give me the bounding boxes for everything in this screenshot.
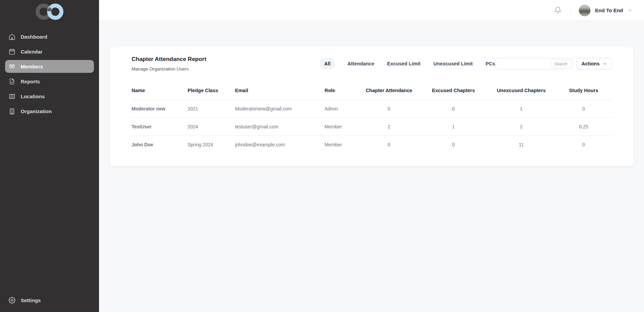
sidebar-nav: Dashboard Calendar Members Reports [0,30,99,118]
calendar-icon [8,48,16,55]
notifications-button[interactable] [554,6,562,15]
column-header-role: Role [325,88,358,100]
sidebar-item-label: Reports [21,79,40,84]
sidebar-item-reports[interactable]: Reports [5,75,94,88]
tab-attendance[interactable]: Attendance [348,58,374,69]
sidebar-item-locations[interactable]: Locations [5,90,94,103]
cell-unexcused-chapters: 1 [487,100,555,118]
sidebar-item-members[interactable]: Members [5,60,94,73]
cell-chapter-attendance: 0 [358,136,419,154]
table-row[interactable]: TestUser 2024 testuser@gmail.com Member … [132,118,612,136]
sidebar-item-label: Members [21,64,43,69]
app-logo[interactable] [0,0,99,20]
sidebar-item-settings[interactable]: Settings [5,294,94,307]
members-icon [8,63,16,70]
infinity-logo-icon [33,3,66,20]
sidebar-item-label: Organization [21,108,52,114]
sidebar-item-calendar[interactable]: Calendar [5,45,94,58]
table-row[interactable]: Moderator new 2021 Moderatornew@gmail.co… [132,100,612,118]
column-header-name: Name [132,88,188,100]
organization-icon [8,108,16,115]
tab-unexcused-limit[interactable]: Unexcused Limit [433,58,473,69]
filter-tabs: All Attendance Excused Limit Unexcused L… [320,58,495,69]
page-content: Chapter Attendance Report Manage Organiz… [99,21,644,312]
title-block: Chapter Attendance Report Manage Organiz… [132,56,320,71]
column-header-unexcused-chapters: Unexcused Chapters [487,88,555,100]
cell-name: John Doe [132,136,188,154]
card-header: Chapter Attendance Report Manage Organiz… [132,56,612,71]
cell-role: Member [325,136,358,154]
sidebar-item-label: Locations [21,93,45,99]
sidebar-item-label: Settings [21,297,41,303]
cell-excused-chapters: 0 [419,136,487,154]
cell-study-hours: 0 [555,136,612,154]
sidebar-footer: Settings [0,294,99,312]
gear-icon [8,297,16,304]
sidebar: Dashboard Calendar Members Reports [0,0,99,312]
cell-role: Member [325,118,358,136]
actions-button[interactable]: Actions [577,58,612,69]
column-header-chapter-attendance: Chapter Attendance [358,88,419,100]
cell-study-hours: 0 [555,100,612,118]
cell-pledge-class: 2024 [188,118,235,136]
tab-pcs[interactable]: PCs [486,58,495,69]
cell-pledge-class: Spring 2024 [188,136,235,154]
topbar-divider [571,5,571,16]
chevron-down-icon [603,62,607,66]
report-card: Chapter Attendance Report Manage Organiz… [110,46,633,166]
page-subtitle: Manage Organization Users [132,66,320,71]
table-controls: Search Actions [495,58,612,69]
locations-icon [8,93,16,100]
sidebar-item-organization[interactable]: Organization [5,105,94,118]
user-name: End To End [595,7,623,13]
column-header-pledge-class: Pledge Class [188,88,235,100]
reports-icon [8,78,16,85]
sidebar-item-dashboard[interactable]: Dashboard [5,30,94,43]
table-row[interactable]: John Doe Spring 2024 johndoe@example.com… [132,136,612,154]
sidebar-item-label: Calendar [21,49,42,55]
attendance-table: Name Pledge Class Email Role Chapter Att… [132,88,612,154]
cell-study-hours: 0.25 [555,118,612,136]
cell-role: Admin [325,100,358,118]
cell-chapter-attendance: 2 [358,118,419,136]
search-box: Search [495,58,572,69]
column-header-email: Email [235,88,325,100]
actions-button-label: Actions [582,61,600,66]
cell-name: Moderator new [132,100,188,118]
cell-chapter-attendance: 0 [358,100,419,118]
topbar: End To End [99,0,644,21]
main-area: End To End Chapter Attendance Report Man… [99,0,644,312]
table-header-row: Name Pledge Class Email Role Chapter Att… [132,88,612,100]
home-icon [8,33,16,40]
avatar [579,5,590,16]
app-root: Dashboard Calendar Members Reports [0,0,644,312]
chevron-down-icon [628,8,632,13]
search-button[interactable]: Search [551,60,571,68]
cell-email: Moderatornew@gmail.com [235,100,325,118]
tab-all[interactable]: All [320,58,335,69]
column-header-study-hours: Study Hours [555,88,612,100]
cell-excused-chapters: 1 [419,118,487,136]
cell-email: johndoe@example.com [235,136,325,154]
cell-email: testuser@gmail.com [235,118,325,136]
tab-excused-limit[interactable]: Excused Limit [387,58,421,69]
cell-unexcused-chapters: 11 [487,136,555,154]
cell-pledge-class: 2021 [188,100,235,118]
user-menu[interactable]: End To End [579,5,632,16]
sidebar-item-label: Dashboard [21,34,47,40]
cell-excused-chapters: 0 [419,100,487,118]
column-header-excused-chapters: Excused Chapters [419,88,487,100]
cell-unexcused-chapters: 2 [487,118,555,136]
bell-icon [554,6,562,14]
cell-name: TestUser [132,118,188,136]
page-title: Chapter Attendance Report [132,56,320,63]
